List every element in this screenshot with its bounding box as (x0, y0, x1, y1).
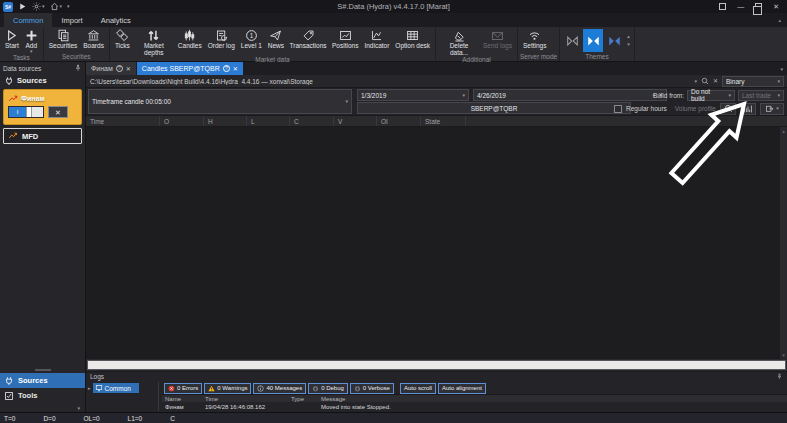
finam-remove-button[interactable]: ✕ (48, 106, 68, 118)
indicator-button[interactable]: Indicator (361, 28, 392, 49)
build-source-select[interactable]: Last trade ▾ (738, 90, 784, 101)
theme-gray-button[interactable] (562, 29, 582, 52)
logs-column-time[interactable]: Time (202, 395, 288, 402)
theme-bowtie-icon (586, 34, 601, 48)
close-icon[interactable]: ✕ (233, 66, 238, 72)
grid-column-v[interactable]: V (334, 116, 377, 126)
level1-button[interactable]: 1 Level 1 (238, 28, 265, 49)
grid-column-o[interactable]: O (160, 116, 204, 126)
boards-button[interactable]: Boards (80, 28, 107, 49)
window-style-button[interactable] (719, 3, 726, 10)
logs-column-name[interactable]: Name (162, 395, 202, 402)
candles-button[interactable]: Candles (175, 28, 205, 49)
chevron-down-icon[interactable]: ▾ (694, 79, 697, 84)
logs-column-message[interactable]: Message (318, 395, 787, 402)
add-button[interactable]: Add ▾ (22, 28, 41, 54)
pin-icon[interactable] (776, 373, 783, 380)
app-logo-icon[interactable]: S# (3, 2, 13, 12)
securities-button[interactable]: Securities (46, 28, 81, 49)
themes-scroll-buttons[interactable]: ▴▾ (625, 34, 632, 47)
quick-settings-button[interactable]: ▾ (32, 2, 45, 11)
candles-grid-body[interactable]: ▴ ▾ (86, 127, 787, 359)
theme-dark-button[interactable] (583, 29, 603, 52)
grid-column-c[interactable]: C (290, 116, 334, 126)
debug-filter-button[interactable]: 0 Debug (308, 383, 348, 394)
ribbon-tab-common[interactable]: Common (4, 13, 52, 27)
positions-button[interactable]: Positions (329, 28, 361, 49)
clear-icon[interactable]: ✕ (713, 78, 718, 84)
messages-filter-button[interactable]: 40 Messages (253, 383, 306, 394)
grid-column-h[interactable]: H (204, 116, 247, 126)
scrollbar-thumb[interactable] (87, 360, 786, 370)
security-field[interactable]: SBERP@TQBR (357, 102, 631, 114)
candle-chart-icon (743, 104, 753, 114)
regular-hours-checkbox[interactable] (614, 105, 622, 113)
grid-column-l[interactable]: L (247, 116, 290, 126)
nav-sources[interactable]: Sources (0, 373, 85, 388)
date-from-picker[interactable]: 1/3/2019 ▾ (357, 89, 469, 101)
date-to-picker[interactable]: 4/26/2019 ▾ ✕ (473, 89, 667, 101)
option-desk-button[interactable]: Option desk (392, 28, 433, 49)
close-icon[interactable]: ✕ (126, 66, 131, 72)
start-button[interactable]: Start (2, 28, 22, 49)
show-chart-button[interactable] (740, 103, 756, 115)
tab-candles-sberp[interactable]: Candles SBERP@TQBR ? ✕ (137, 62, 243, 75)
timeframe-select[interactable]: Timeframe candle 00:05:00 ▾ (88, 89, 352, 114)
grid-column-state[interactable]: State (421, 116, 466, 126)
ticks-button[interactable]: Ticks (112, 28, 133, 49)
panel-splitter[interactable] (35, 369, 51, 371)
market-depths-button[interactable]: Market depths (133, 28, 175, 56)
news-button[interactable]: News (265, 28, 287, 49)
question-icon[interactable]: ? (116, 65, 123, 72)
finam-enabled-toggle[interactable]: I (8, 106, 44, 118)
finam-source-card[interactable]: Финам I ✕ (3, 89, 82, 125)
close-button[interactable]: ✕ (773, 3, 779, 10)
quick-access-customize-button[interactable]: ▾ (67, 4, 70, 9)
theme-blue-button[interactable] (604, 29, 624, 52)
grid-column-oi[interactable]: OI (377, 116, 421, 126)
logs-column-type[interactable]: Type (288, 395, 318, 402)
verbose-filter-button[interactable]: 0 Verbose (350, 383, 394, 394)
restore-button[interactable] (755, 3, 762, 10)
nav-tools[interactable]: Tools (0, 388, 85, 403)
style-icon (719, 3, 726, 10)
find-candles-button[interactable] (720, 103, 736, 115)
tab-list-button[interactable]: ▾ (780, 66, 783, 72)
settings-button[interactable]: Settings (520, 28, 550, 49)
ribbon-tab-analytics[interactable]: Analytics (92, 13, 140, 27)
nav-overflow-button[interactable]: ▾ (77, 405, 80, 411)
build-from-select[interactable]: Do not build ▾ (687, 90, 735, 101)
gear-icon (32, 2, 41, 11)
grid-header: TimeOHLCVOIState (86, 116, 787, 127)
order-log-button[interactable]: Order log (205, 28, 238, 49)
export-button[interactable]: ▾ (760, 103, 784, 115)
quick-start-button[interactable] (18, 2, 27, 11)
auto-alignment-toggle[interactable]: Auto alignment (438, 383, 486, 394)
search-icon[interactable] (701, 77, 709, 85)
mfd-source-card[interactable]: MFD (3, 128, 82, 144)
ribbon-tab-import[interactable]: Import (52, 13, 91, 27)
logs-title: Logs (90, 373, 776, 380)
storage-path[interactable]: C:\Users\tesar\Downloads\Night Build\4.4… (86, 78, 691, 85)
horizontal-scrollbar[interactable] (86, 359, 787, 371)
tab-finam[interactable]: Финам ? ✕ (86, 62, 136, 75)
send-logs-button[interactable]: Send logs (480, 28, 515, 49)
ribbon-collapse-button[interactable]: ▴ (778, 17, 781, 23)
pin-icon[interactable] (74, 64, 82, 72)
log-row[interactable]: Финам19/04/28 16:46:08.162Moved into sta… (162, 402, 787, 411)
delete-data-button[interactable]: Delete data... (438, 28, 480, 56)
vertical-scrollbar[interactable]: ▴ ▾ (780, 127, 787, 359)
format-select[interactable]: Binary ▾ (722, 76, 784, 87)
question-icon[interactable]: ? (223, 65, 230, 72)
transactions-button[interactable]: Transactions (287, 28, 329, 49)
logs-tree-item-common[interactable]: ▸ Common (86, 382, 158, 394)
errors-filter-button[interactable]: 0 Errors (164, 383, 202, 394)
warnings-filter-button[interactable]: 0 Warnings (204, 383, 251, 394)
grid-column-time[interactable]: Time (86, 116, 160, 126)
auto-scroll-toggle[interactable]: Auto scroll (400, 383, 436, 394)
build-from-label: Build from: (653, 92, 684, 99)
expander-icon[interactable]: ▸ (88, 385, 91, 391)
minimize-button[interactable]: — (737, 3, 744, 10)
quick-home-button[interactable]: ▾ (50, 2, 63, 11)
home-icon (50, 2, 59, 11)
